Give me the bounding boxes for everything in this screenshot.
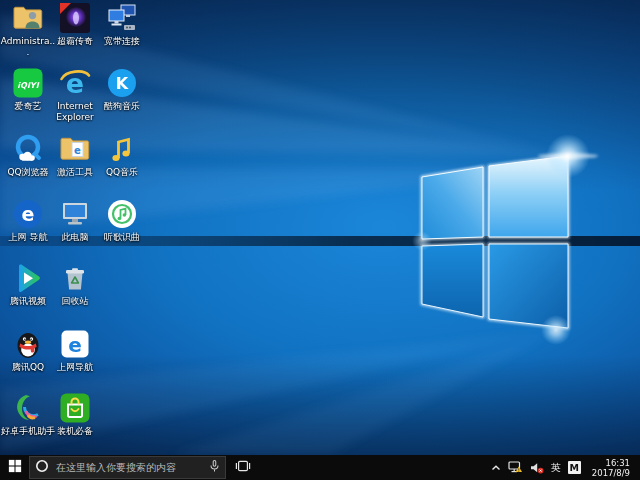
desktop-icon-label: 回收站 xyxy=(62,296,89,307)
kugou-k-glyph: K xyxy=(116,74,129,93)
qq-music-icon xyxy=(106,133,138,165)
kugou-music-icon: K xyxy=(106,67,138,99)
taskbar-search-box[interactable] xyxy=(29,456,226,479)
qq-browser-icon xyxy=(12,133,44,165)
broadband-connection-icon xyxy=(106,2,138,34)
desktop-icon-qq-music[interactable]: QQ音乐 xyxy=(94,133,150,178)
microphone-icon[interactable] xyxy=(209,458,220,477)
phone-assistant-icon xyxy=(12,392,44,424)
edge-navigation-icon: e xyxy=(59,328,91,360)
desktop-icon-label: QQ音乐 xyxy=(106,167,138,178)
this-pc-icon xyxy=(59,198,91,230)
qq-penguin-icon xyxy=(12,328,44,360)
desktop-icon-label: 超霸传奇 xyxy=(57,36,93,47)
desktop-icon-kugou[interactable]: K 酷狗音乐 xyxy=(94,67,150,112)
taskbar-clock[interactable]: 16:31 2017/8/9 xyxy=(588,458,636,478)
desktop-icon-song-recognition[interactable]: 听歌识曲 xyxy=(94,198,150,243)
volume-muted-icon[interactable] xyxy=(530,455,544,480)
desktop-icon-recycle-bin[interactable]: 回收站 xyxy=(47,262,103,307)
windows-logo-icon xyxy=(8,458,22,477)
user-folder-icon xyxy=(12,2,44,34)
search-input[interactable] xyxy=(54,461,204,474)
windows-desktop: Administra... 超霸传奇 宽带连 xyxy=(0,0,640,480)
system-tray: 英 M 16:31 2017/8/9 xyxy=(491,455,640,480)
desktop-icon-edge-navigation[interactable]: e 上网导航 xyxy=(47,328,103,373)
tencent-video-icon xyxy=(12,262,44,294)
desktop-icon-label: 腾讯QQ xyxy=(12,362,44,373)
activation-tools-folder-icon: e xyxy=(59,133,91,165)
ime-language-indicator[interactable]: 英 xyxy=(551,455,561,480)
iqiyi-wordmark: iQIYI xyxy=(17,81,39,90)
web-navigation-icon: e xyxy=(12,198,44,230)
ime-mode-icon[interactable]: M xyxy=(568,461,581,474)
activation-e-glyph: e xyxy=(74,145,81,156)
desktop-icon-label: 此电脑 xyxy=(62,232,89,243)
desktop-icon-label: 腾讯视频 xyxy=(10,296,46,307)
song-recognition-icon xyxy=(106,198,138,230)
desktop-icon-label: 爱奇艺 xyxy=(15,101,42,112)
clock-time: 16:31 xyxy=(592,458,630,468)
recycle-bin-icon xyxy=(59,262,91,294)
game-icon xyxy=(59,2,91,34)
desktop-icon-essential-software[interactable]: 装机必备 xyxy=(47,392,103,437)
taskbar: 英 M 16:31 2017/8/9 xyxy=(0,455,640,480)
desktop-icon-label: 上网 导航 xyxy=(9,232,48,243)
desktop-icon-label: QQ浏览器 xyxy=(7,167,48,178)
clock-date: 2017/8/9 xyxy=(592,468,630,478)
shopping-bag-icon xyxy=(59,392,91,424)
internet-explorer-icon: e xyxy=(59,67,91,99)
desktop-icon-broadband[interactable]: 宽带连接 xyxy=(94,2,150,47)
network-warning-icon[interactable] xyxy=(508,455,523,480)
desktop-icon-label: 装机必备 xyxy=(57,426,93,437)
desktop-icon-label: 上网导航 xyxy=(57,362,93,373)
iqiyi-icon: iQIYI xyxy=(12,67,44,99)
tray-chevron-up-icon[interactable] xyxy=(491,455,501,480)
desktop-icon-label: 酷狗音乐 xyxy=(104,101,140,112)
task-view-icon xyxy=(235,458,251,477)
edge-e-glyph: e xyxy=(68,333,82,357)
task-view-button[interactable] xyxy=(226,455,260,480)
start-button[interactable] xyxy=(0,455,29,480)
desktop-icon-label: 激活工具 xyxy=(57,167,93,178)
desktop-icon-label: 听歌识曲 xyxy=(104,232,140,243)
cortana-circle-icon xyxy=(35,458,49,477)
desktop-icon-label: 宽带连接 xyxy=(104,36,140,47)
nav-e-glyph: e xyxy=(22,203,35,225)
